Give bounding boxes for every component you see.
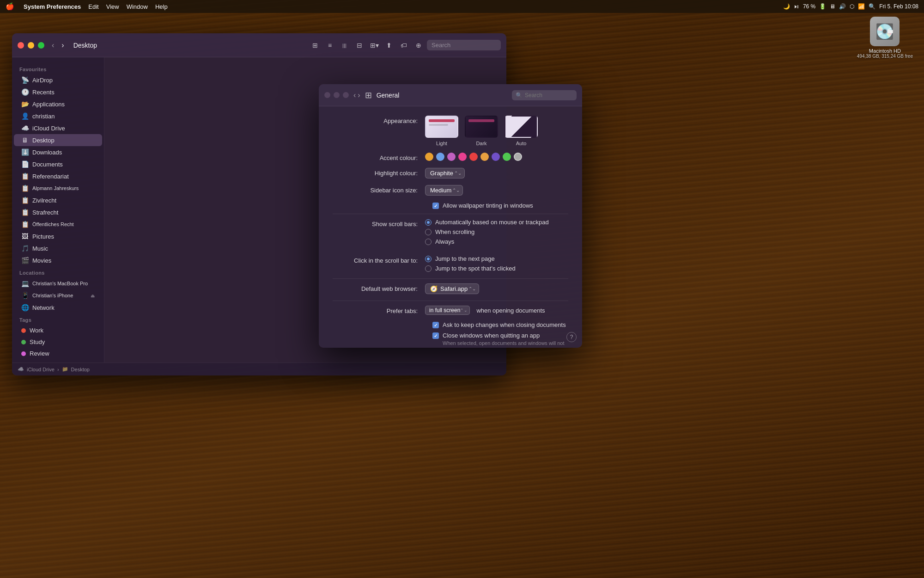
sidebar-item-strafrecht[interactable]: 📋 Strafrecht: [14, 206, 102, 218]
sidebar-item-zivilrecht-label: Zivilrecht: [32, 197, 56, 204]
sidebar-size-dropdown[interactable]: Medium ⌃⌄: [425, 185, 463, 196]
sidebar-item-pictures[interactable]: 🖼 Pictures: [14, 230, 102, 242]
sidebar-item-macbook[interactable]: 💻 Christian's MacBook Pro: [14, 277, 102, 289]
appearance-dark[interactable]: Dark: [465, 116, 498, 146]
recents-icon: 🕐: [21, 88, 29, 96]
footer-desktop: Desktop: [71, 367, 90, 372]
appearance-label: Appearance:: [333, 116, 425, 124]
traffic-lights: [18, 42, 44, 49]
finder-search-input[interactable]: [427, 40, 501, 50]
scroll-always-radio[interactable]: [425, 239, 432, 245]
default-browser-row: Default web browser: 🧭 Safari.app ⌃⌄: [333, 283, 568, 294]
close-windows-checkbox[interactable]: ✓: [432, 332, 439, 339]
accent-indigo[interactable]: [492, 153, 500, 161]
volume-icon: 🔊: [839, 3, 846, 10]
highlight-dropdown[interactable]: Graphite ⌃⌄: [425, 168, 465, 178]
sidebar-item-desktop[interactable]: 🖥 Desktop: [14, 134, 102, 146]
sidebar-item-referendariat[interactable]: 📋 Referendariat: [14, 170, 102, 182]
apple-menu[interactable]: 🍎: [6, 2, 14, 11]
prefs-close-btn[interactable]: [324, 92, 330, 98]
column-view-btn[interactable]: ⫼: [338, 39, 351, 52]
prefer-tabs-dropdown[interactable]: in full screen ⌃⌄: [425, 306, 470, 315]
sidebar-item-documents[interactable]: 📄 Documents: [14, 158, 102, 170]
click-scroll-options: Jump to the next page Jump to the spot t…: [425, 255, 516, 272]
accent-red[interactable]: [469, 153, 478, 161]
accent-blue[interactable]: [436, 153, 444, 161]
prefs-title: General: [377, 92, 400, 99]
grid-view-btn[interactable]: ⊞: [309, 39, 322, 52]
share-btn[interactable]: ⬆: [383, 39, 395, 52]
sidebar-item-airdrop[interactable]: 📡 AirDrop: [14, 74, 102, 86]
close-button[interactable]: [18, 42, 24, 49]
accent-orange[interactable]: [425, 153, 433, 161]
footer-cloud-icon: ☁️: [18, 366, 24, 372]
accent-yellow[interactable]: [480, 153, 489, 161]
accent-green[interactable]: [503, 153, 511, 161]
eject-icon[interactable]: ⏏: [91, 293, 95, 298]
accent-purple[interactable]: [447, 153, 456, 161]
sidebar-item-icloud[interactable]: ☁️ iCloud Drive: [14, 122, 102, 134]
sidebar-item-recents-label: Recents: [32, 89, 55, 96]
prefs-minimize-btn[interactable]: [334, 92, 340, 98]
macbook-icon: 💻: [21, 280, 29, 287]
list-view-btn[interactable]: ≡: [323, 39, 336, 52]
sidebar-item-iphone[interactable]: 📱 Christian's iPhone ⏏: [14, 289, 102, 301]
prefs-grid-icon[interactable]: ⊞: [365, 90, 372, 100]
prefs-back-arrow[interactable]: ‹: [353, 91, 356, 99]
prefs-forward-arrow[interactable]: ›: [358, 91, 360, 99]
click-scroll-row: Click in the scroll bar to: Jump to the …: [333, 255, 568, 272]
finder-footer: ☁️ iCloud Drive › 📁 Desktop: [12, 363, 506, 375]
finder-titlebar: ‹ › Desktop ⊞ ≡ ⫼ ⊟ ⊞▾ ⬆ 🏷 ⊕: [12, 33, 506, 57]
sidebar-item-oeffentlich[interactable]: 📋 Öffentliches Recht: [14, 218, 102, 230]
default-browser-dropdown[interactable]: 🧭 Safari.app ⌃⌄: [425, 283, 479, 294]
sidebar-item-movies[interactable]: 🎬 Movies: [14, 254, 102, 266]
sidebar-item-downloads[interactable]: ⬇️ Downloads: [14, 146, 102, 158]
sidebar-item-tag-work[interactable]: Work: [14, 325, 102, 336]
sidebar-item-zivilrecht[interactable]: 📋 Zivilrecht: [14, 194, 102, 206]
wallpaper-tinting-checkbox[interactable]: ✓: [432, 203, 439, 209]
click-scroll-label: Click in the scroll bar to:: [333, 255, 425, 264]
click-spot-radio[interactable]: [425, 265, 432, 272]
sort-btn[interactable]: ⊞▾: [368, 39, 381, 52]
prefs-maximize-btn[interactable]: [343, 92, 349, 98]
ask-changes-checkbox[interactable]: ✓: [432, 322, 439, 328]
tag-btn[interactable]: 🏷: [397, 39, 410, 52]
scroll-auto-radio[interactable]: [425, 219, 432, 226]
sidebar-item-tag-study[interactable]: Study: [14, 336, 102, 348]
scroll-scrolling-radio[interactable]: [425, 229, 432, 235]
appearance-auto[interactable]: Auto: [505, 116, 538, 146]
sidebar-item-network[interactable]: 🌐 Network: [14, 301, 102, 314]
menubar-edit[interactable]: Edit: [88, 3, 98, 10]
battery-icon: 🔋: [819, 3, 826, 10]
menubar-window[interactable]: Window: [127, 3, 148, 10]
desktop-hd-icon[interactable]: 💽 Macintosh HD 494,38 GB, 315,24 GB free: [857, 17, 913, 59]
sidebar-item-oeffentlich-label: Öffentliches Recht: [32, 221, 74, 227]
sidebar-item-applications[interactable]: 📂 Applications: [14, 98, 102, 110]
sidebar-item-tag-print[interactable]: Print: [14, 359, 102, 363]
applications-icon: 📂: [21, 100, 29, 108]
accent-graphite[interactable]: [514, 153, 522, 161]
sidebar-item-movies-label: Movies: [32, 257, 51, 264]
back-arrow[interactable]: ‹: [50, 39, 56, 51]
minimize-button[interactable]: [28, 42, 34, 49]
click-next-radio[interactable]: [425, 256, 432, 262]
safari-icon: 🧭: [430, 285, 438, 292]
scroll-scrolling-label: When scrolling: [435, 228, 474, 235]
forward-arrow[interactable]: ›: [60, 39, 66, 51]
gallery-view-btn[interactable]: ⊟: [353, 39, 366, 52]
appearance-light[interactable]: Light: [425, 116, 458, 146]
search-icon[interactable]: 🔍: [869, 3, 875, 10]
menubar-app-name[interactable]: System Preferences: [24, 3, 81, 10]
sidebar-item-music[interactable]: 🎵 Music: [14, 242, 102, 254]
accent-pink[interactable]: [458, 153, 467, 161]
sidebar-item-alpmann[interactable]: 📋 Alpmann Jahreskurs: [14, 182, 102, 194]
sidebar-item-tag-review[interactable]: Review: [14, 348, 102, 359]
sidebar-item-christian[interactable]: 👤 christian: [14, 110, 102, 122]
action-btn[interactable]: ⊕: [412, 39, 425, 52]
desktop-icon-small: 🖥: [21, 136, 29, 144]
maximize-button[interactable]: [38, 42, 44, 49]
help-button[interactable]: ?: [566, 332, 577, 342]
menubar-view[interactable]: View: [106, 3, 119, 10]
menubar-help[interactable]: Help: [155, 3, 168, 10]
sidebar-item-recents[interactable]: 🕐 Recents: [14, 86, 102, 98]
